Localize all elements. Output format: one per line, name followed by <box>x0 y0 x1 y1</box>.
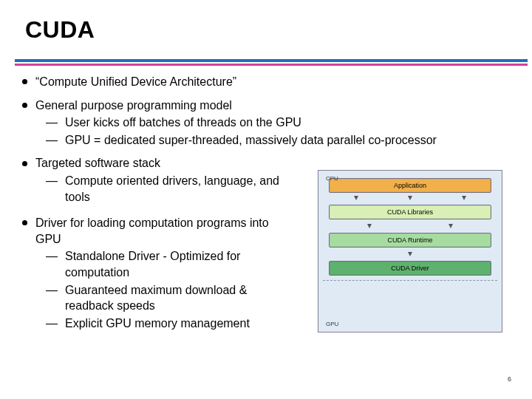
sub-bullet-item: User kicks off batches of threads on the… <box>46 115 513 131</box>
arrow-down-icon <box>449 224 453 228</box>
bullet-item: “Compute Unified Device Architecture” <box>19 74 513 90</box>
gpu-area <box>323 280 497 310</box>
bullet-text: Targeted software stack <box>35 157 160 169</box>
title-rule <box>15 59 528 66</box>
slide-title: CUDA <box>25 16 95 44</box>
layer-libraries: CUDA Libraries <box>329 205 491 219</box>
sub-bullet-item: Standalone Driver - Optimized for comput… <box>46 248 294 280</box>
layer-application: Application <box>329 178 491 193</box>
layer-driver: CUDA Driver <box>329 261 491 276</box>
arrow-down-icon <box>462 196 466 200</box>
rule-blue <box>15 59 528 62</box>
bullet-item: Driver for loading computation programs … <box>19 215 294 331</box>
arrow-down-icon <box>408 252 412 256</box>
sub-bullet-list: Standalone Driver - Optimized for comput… <box>46 248 294 331</box>
bullet-text: General purpose programming model <box>35 99 232 112</box>
arrow-row <box>329 222 491 230</box>
bullet-item: Targeted software stackCompute oriented … <box>19 155 294 205</box>
arrow-row <box>329 250 491 258</box>
layer-runtime: CUDA Runtime <box>329 233 491 248</box>
arrow-down-icon <box>354 196 358 200</box>
sub-bullet-list: User kicks off batches of threads on the… <box>46 115 513 148</box>
bullet-item: General purpose programming modelUser ki… <box>19 98 513 149</box>
cpu-label: CPU <box>326 175 338 182</box>
sub-bullet-item: Compute oriented drivers, language, and … <box>46 173 294 205</box>
architecture-diagram: CPU Application CUDA Libraries CUDA Runt… <box>318 170 502 332</box>
arrow-row <box>329 194 491 202</box>
sub-bullet-list: Compute oriented drivers, language, and … <box>46 173 294 205</box>
page-number: 6 <box>508 375 511 383</box>
sub-bullet-item: Explicit GPU memory management <box>46 316 294 332</box>
sub-bullet-item: Guaranteed maximum download & readback s… <box>46 282 294 314</box>
slide: CUDA “Compute Unified Device Architectur… <box>0 0 532 399</box>
bullet-text: Driver for loading computation programs … <box>35 216 269 245</box>
gpu-label: GPU <box>326 321 338 327</box>
rule-pink <box>15 64 528 66</box>
bullet-text: “Compute Unified Device Architecture” <box>35 75 236 88</box>
sub-bullet-item: GPU = dedicated super-threaded, massivel… <box>46 132 513 149</box>
arrow-down-icon <box>367 224 372 228</box>
arrow-down-icon <box>408 196 412 200</box>
